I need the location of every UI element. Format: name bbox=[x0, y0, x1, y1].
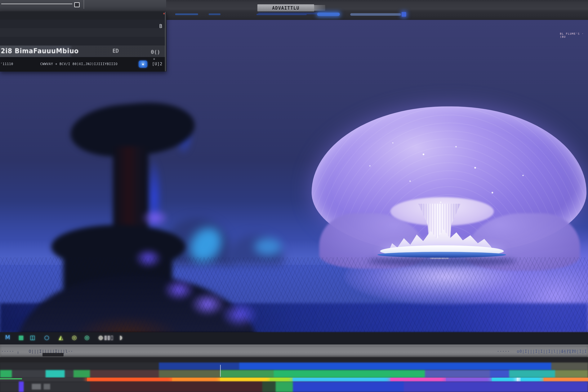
timeline-clip[interactable] bbox=[425, 370, 490, 378]
timeline-clip[interactable] bbox=[44, 384, 50, 390]
track-blue bbox=[0, 362, 588, 370]
taskbar-icon-m-app[interactable]: M bbox=[4, 334, 12, 341]
taskbar-icon-green-square[interactable]: ▦ bbox=[17, 334, 25, 341]
timeline-clip-background bbox=[90, 382, 262, 392]
timeline-clip[interactable] bbox=[32, 384, 41, 390]
row-brackets-icon[interactable]: 0() bbox=[151, 49, 160, 55]
footer-plus-icon[interactable]: + bbox=[153, 57, 155, 61]
cap-sparkles bbox=[392, 142, 393, 143]
timeline-clip[interactable] bbox=[490, 370, 509, 378]
ruler-ticks: o4|I10|I|I|I|I|7| bbox=[561, 349, 588, 354]
timeline-clip[interactable] bbox=[555, 370, 588, 378]
timeline-clip[interactable] bbox=[492, 378, 517, 382]
timeline-clip[interactable] bbox=[404, 382, 588, 392]
timeline-clip[interactable] bbox=[446, 378, 492, 382]
taskbar-icon-cyan-ring[interactable]: ○ bbox=[43, 334, 50, 341]
timeline-clip[interactable] bbox=[517, 378, 520, 382]
timeline-clip[interactable] bbox=[19, 382, 24, 392]
screen: ADVAITTLU DTATTIM bbox=[0, 0, 588, 392]
divider-line bbox=[1, 4, 72, 4]
footer-status-text: CWWVAY + BCV/I 80)XI,JNJ)IJIIIYBIIIO bbox=[40, 62, 118, 66]
timeline-clip[interactable] bbox=[390, 378, 446, 382]
timeline-ruler[interactable]: ····· ╷ O|||I|||||I|||l·· ····· o0|I|||I… bbox=[0, 344, 588, 357]
timeline-clip[interactable] bbox=[159, 370, 220, 378]
title-plate-bevel bbox=[314, 5, 325, 11]
ghost-window bbox=[0, 0, 166, 11]
ruler-ticks: ····· bbox=[497, 349, 510, 354]
tab-segment[interactable] bbox=[256, 14, 307, 15]
timeline-clip-background bbox=[551, 362, 588, 370]
timeline-clip-background bbox=[65, 370, 74, 378]
timeline-clip[interactable] bbox=[239, 362, 551, 370]
timeline-clip[interactable] bbox=[274, 370, 425, 378]
timeline-clip[interactable] bbox=[276, 382, 293, 392]
row-marks-icon[interactable]: ED bbox=[112, 48, 119, 54]
ruler-ticks: ····· ╷ bbox=[1, 349, 20, 354]
taskbar-icon-leaf-app[interactable]: ◭ bbox=[57, 334, 65, 341]
window-title: ADVAITTLU bbox=[257, 4, 314, 12]
track-neon bbox=[0, 378, 588, 382]
timeline-clip[interactable] bbox=[159, 362, 239, 370]
panel-footer: '11110 CWWVAY + BCV/I 80)XI,JNJ)IJIIIYBI… bbox=[0, 57, 165, 72]
tab-segment[interactable] bbox=[402, 12, 406, 17]
timeline-clip[interactable] bbox=[0, 378, 22, 379]
scrollbar-glyph[interactable]: B bbox=[159, 23, 164, 30]
track-bottom bbox=[0, 382, 588, 392]
timeline-clip[interactable] bbox=[46, 370, 65, 378]
footer-left-text: '11110 bbox=[0, 62, 13, 66]
viewport-overlay-label: BL FLUME'S · (BU bbox=[560, 32, 588, 38]
timeline-clip[interactable] bbox=[220, 370, 274, 378]
tab-segment[interactable] bbox=[209, 14, 220, 15]
window-title-text: ADVAITTLU bbox=[272, 5, 300, 11]
glow-dot bbox=[141, 208, 170, 228]
taskbar-icon-grey-dot[interactable]: ● bbox=[97, 334, 104, 341]
panel-selected-row[interactable]: 2i8 BimaFauuuMbiuo ED 0() bbox=[0, 46, 165, 57]
tab-segment[interactable] bbox=[350, 13, 401, 16]
timeline-clip-background bbox=[262, 382, 276, 392]
timeline-clip[interactable] bbox=[509, 370, 555, 378]
panel-list-area[interactable] bbox=[0, 20, 165, 46]
taskbar-icon-grey-badge[interactable]: ◗ bbox=[117, 334, 125, 341]
row-title: 2i8 BimaFauuuMbiuo bbox=[1, 47, 79, 55]
panel-edge bbox=[165, 12, 166, 71]
timeline-clip-background bbox=[90, 370, 159, 378]
timeline-clip[interactable] bbox=[293, 382, 404, 392]
ruler-label-chip bbox=[42, 353, 64, 356]
app-badge-glyph: ● bbox=[142, 62, 144, 66]
timeline-clip[interactable] bbox=[74, 370, 90, 378]
divider bbox=[84, 0, 84, 9]
timeline-clip[interactable] bbox=[220, 378, 270, 382]
timeline-clip[interactable] bbox=[172, 378, 220, 382]
taskbar-icon-window-app[interactable]: ◫ bbox=[29, 334, 36, 341]
timeline-header-row bbox=[0, 357, 588, 362]
taskbar: M▦◫○◭◎◎●▮▮▯◗ bbox=[0, 332, 588, 344]
taskbar-icon-grey-bars[interactable]: ▮▮▯ bbox=[105, 334, 112, 341]
timeline-clip-background bbox=[0, 362, 159, 370]
timeline-clip[interactable] bbox=[520, 378, 544, 382]
tab-segment[interactable] bbox=[175, 14, 198, 15]
timeline-clip[interactable] bbox=[270, 378, 293, 382]
timeline-clip[interactable] bbox=[0, 370, 12, 378]
tab-segment[interactable] bbox=[317, 13, 340, 16]
timeline-clip[interactable] bbox=[293, 378, 390, 382]
footer-glyph-icon[interactable]: [U]2 bbox=[152, 62, 162, 66]
editor-panel: B 2i8 BimaFauuuMbiuo ED 0() '11110 CWWVA… bbox=[0, 12, 166, 72]
floor-texture bbox=[0, 257, 588, 332]
app-badge-icon[interactable]: ● bbox=[138, 60, 148, 68]
taskbar-icon-lime-ring[interactable]: ◎ bbox=[70, 334, 78, 341]
timeline-clip[interactable] bbox=[544, 378, 588, 382]
playhead[interactable] bbox=[220, 365, 221, 377]
timeline-clip[interactable] bbox=[87, 378, 172, 382]
track-clips bbox=[0, 370, 588, 378]
taskbar-icon-teal-ring[interactable]: ◎ bbox=[83, 334, 91, 341]
window-restore-icon[interactable] bbox=[74, 2, 80, 7]
panel-close-dot[interactable] bbox=[163, 13, 165, 14]
timeline-panel bbox=[0, 357, 588, 392]
timeline-clip-background bbox=[12, 370, 46, 378]
